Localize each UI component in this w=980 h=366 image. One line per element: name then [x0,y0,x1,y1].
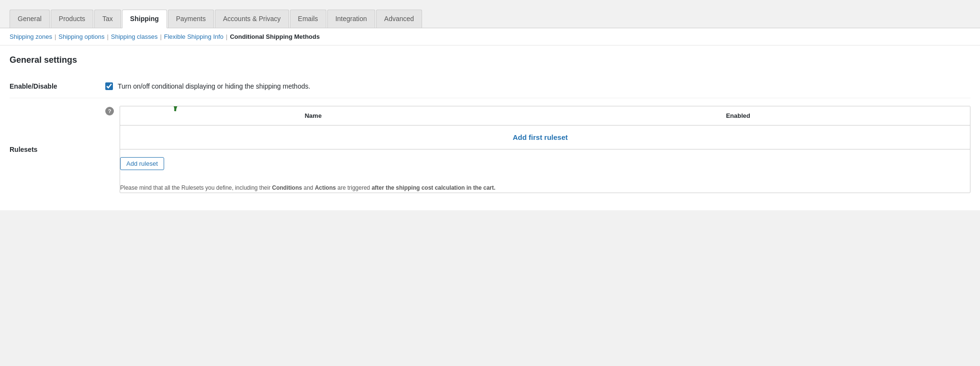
subnav-conditional-shipping-methods: Conditional Shipping Methods [230,33,320,40]
add-ruleset-button[interactable]: Add ruleset [120,157,164,170]
tab-advanced[interactable]: Advanced [376,10,422,28]
rulesets-notice: Please mind that all the Rulesets you de… [120,183,970,193]
enable-disable-value: Turn on/off conditional displaying or hi… [105,75,970,98]
subnav-shipping-zones[interactable]: Shipping zones [10,33,52,40]
enable-disable-description: Turn on/off conditional displaying or hi… [118,82,310,90]
rulesets-table-wrapper: Name Enabled Add first ruleset [120,106,970,193]
rulesets-inner-table: Name Enabled Add first ruleset [120,106,970,178]
notice-conditions-bold: Conditions [272,184,302,191]
rulesets-name-header: Name [120,106,506,126]
notice-after-bold: after the shipping cost calculation in t… [372,184,496,191]
add-ruleset-cell: Add ruleset [120,149,970,178]
add-first-ruleset-link[interactable]: Add first ruleset [512,133,568,141]
rulesets-help-icon[interactable]: ? [105,107,114,115]
tab-products[interactable]: Products [51,10,93,28]
enable-disable-checkbox[interactable] [105,82,113,90]
page-wrapper: General Products Tax Shipping Payments A… [0,0,980,366]
main-nav: General Products Tax Shipping Payments A… [0,0,980,28]
enable-row: Turn on/off conditional displaying or hi… [105,82,970,90]
tab-payments[interactable]: Payments [168,10,214,28]
subnav-flexible-shipping-info[interactable]: Flexible Shipping Info [164,33,223,40]
tab-tax[interactable]: Tax [94,10,121,28]
separator-4: | [226,33,227,40]
rulesets-row: Rulesets ? [10,98,970,201]
rulesets-cell: ? [105,106,970,193]
rulesets-header-row: Name Enabled [120,106,970,126]
enable-disable-label: Enable/Disable [10,75,105,98]
content-area: General settings Enable/Disable Turn on/… [0,46,980,210]
settings-table: Enable/Disable Turn on/off conditional d… [10,75,970,201]
enable-disable-row: Enable/Disable Turn on/off conditional d… [10,75,970,98]
separator-2: | [107,33,108,40]
separator-3: | [160,33,161,40]
separator-1: | [55,33,56,40]
notice-actions-bold: Actions [315,184,336,191]
tab-shipping[interactable]: Shipping [122,10,167,28]
rulesets-label: Rulesets [10,98,105,201]
sub-nav: Shipping zones | Shipping options | Ship… [0,28,980,46]
tab-integration[interactable]: Integration [327,10,375,28]
rulesets-empty-row: Add first ruleset [120,126,970,149]
section-title: General settings [10,55,970,65]
add-ruleset-row: Add ruleset [120,149,970,178]
tab-accounts-privacy[interactable]: Accounts & Privacy [215,10,289,28]
subnav-shipping-classes[interactable]: Shipping classes [111,33,158,40]
tab-emails[interactable]: Emails [290,10,326,28]
rulesets-enabled-header: Enabled [506,106,970,126]
rulesets-value: ? [105,98,970,201]
rulesets-empty-cell: Add first ruleset [120,126,970,149]
tab-general[interactable]: General [10,10,50,28]
subnav-shipping-options[interactable]: Shipping options [58,33,104,40]
